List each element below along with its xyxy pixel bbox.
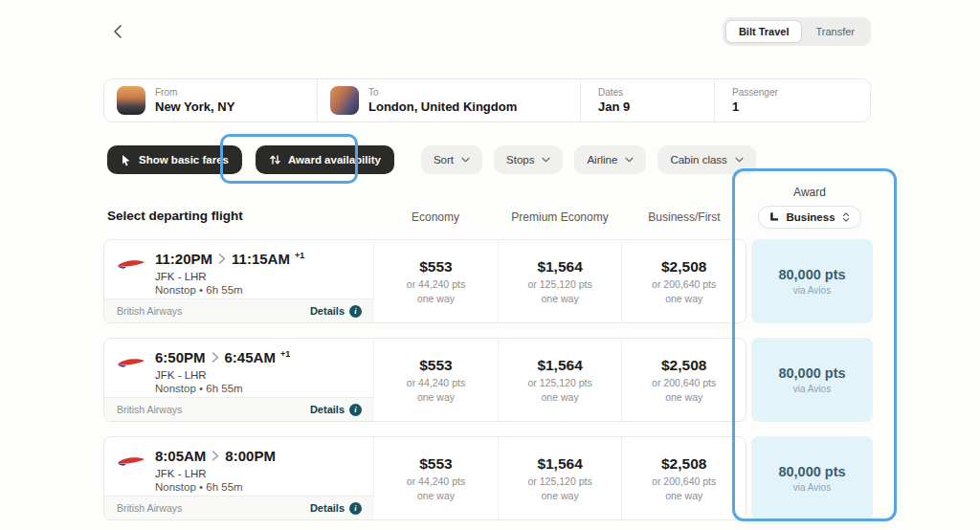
fare-business-first[interactable]: $2,508 or 200,640 pts one way	[621, 240, 746, 322]
fare-business-first[interactable]: $2,508 or 200,640 pts one way	[621, 339, 746, 421]
column-header-premium-economy: Premium Economy	[498, 210, 622, 224]
results-title: Select departing flight	[107, 209, 243, 223]
fare-business-first[interactable]: $2,508 or 200,640 pts one way	[621, 437, 746, 519]
flight-duration: Nonstop • 6h 55m	[155, 284, 304, 296]
fare-price: $553	[419, 357, 452, 374]
column-header-economy: Economy	[373, 210, 498, 224]
fare-type: one way	[417, 293, 455, 304]
chevron-down-icon	[461, 157, 470, 163]
stops-dropdown[interactable]: Stops	[494, 145, 563, 174]
chevron-down-icon	[735, 157, 744, 163]
flight-row: 8:05AM 8:00PM JFK - LHR Nonstop • 6h 55m…	[103, 436, 873, 520]
award-points: 80,000 pts	[778, 464, 845, 479]
passenger-field[interactable]: Passenger 1	[714, 79, 870, 121]
fare-price: $553	[419, 258, 452, 276]
stops-label: Stops	[506, 154, 534, 166]
award-program: via Avios	[793, 482, 831, 493]
to-value: London, United Kingdom	[368, 99, 517, 114]
travel-mode-toggle: Bilt Travel Transfer	[723, 17, 871, 46]
flight-footer: British Airways Details i	[104, 298, 374, 322]
fare-price: $553	[419, 455, 452, 473]
british-airways-logo-icon	[117, 256, 145, 272]
back-button[interactable]	[107, 21, 128, 42]
british-airways-logo-icon	[117, 453, 145, 469]
arrow-right-icon	[212, 352, 219, 363]
fare-price: $1,564	[537, 357, 582, 374]
flight-row-card: 8:05AM 8:00PM JFK - LHR Nonstop • 6h 55m…	[103, 436, 746, 520]
flight-route: JFK - LHR	[155, 369, 290, 381]
fare-type: one way	[665, 490, 702, 501]
day-offset: +1	[295, 251, 304, 260]
fare-economy[interactable]: $553 or 44,240 pts one way	[373, 339, 498, 421]
dates-value: Jan 9	[598, 99, 630, 114]
flight-route: JFK - LHR	[155, 468, 280, 479]
from-label: From	[155, 87, 234, 98]
fare-type: one way	[417, 391, 455, 403]
details-button[interactable]: Details i	[310, 404, 362, 416]
fare-type: one way	[542, 293, 579, 304]
info-icon: i	[349, 305, 362, 318]
fare-points: or 44,240 pts	[407, 377, 465, 388]
flight-duration: Nonstop • 6h 55m	[155, 383, 290, 394]
toggle-bilt-travel[interactable]: Bilt Travel	[725, 20, 803, 43]
award-points: 80,000 pts	[778, 365, 845, 381]
flight-row: 6:50PM 6:45AM +1 JFK - LHR Nonstop • 6h …	[103, 338, 873, 422]
fare-premium-economy[interactable]: $1,564 or 125,120 pts one way	[498, 437, 622, 519]
chevron-left-icon	[112, 24, 123, 39]
airline-name: British Airways	[117, 305, 182, 317]
info-icon: i	[349, 502, 362, 515]
fare-points: or 125,120 pts	[528, 475, 592, 487]
departure-time: 8:05AM	[155, 448, 206, 464]
cursor-icon	[121, 154, 132, 166]
to-label: To	[368, 87, 517, 98]
fare-premium-economy[interactable]: $1,564 or 125,120 pts one way	[498, 240, 622, 322]
day-offset: +1	[280, 349, 290, 359]
fare-price: $1,564	[537, 455, 582, 473]
flight-search-page: Bilt Travel Transfer From New York, NY T…	[0, 0, 980, 530]
details-label: Details	[310, 305, 345, 317]
cabin-class-dropdown[interactable]: Cabin class	[657, 145, 755, 174]
fare-economy[interactable]: $553 or 44,240 pts one way	[373, 437, 498, 519]
fare-price: $2,508	[661, 455, 706, 473]
swap-arrows-icon	[269, 154, 281, 166]
details-button[interactable]: Details i	[310, 502, 362, 515]
dates-label: Dates	[598, 87, 630, 98]
award-cabin-value: Business	[786, 211, 835, 223]
award-price-cell[interactable]: 80,000 pts via Avios	[751, 338, 873, 422]
award-cabin-select[interactable]: Business	[758, 206, 860, 229]
award-price-cell[interactable]: 80,000 pts via Avios	[751, 239, 873, 323]
passenger-value: 1	[732, 99, 778, 114]
sort-dropdown[interactable]: Sort	[421, 145, 482, 174]
fare-points: or 125,120 pts	[528, 377, 592, 388]
airline-dropdown[interactable]: Airline	[574, 145, 646, 174]
arrival-time: 6:45AM	[225, 349, 276, 365]
fare-premium-economy[interactable]: $1,564 or 125,120 pts one way	[498, 339, 622, 421]
british-airways-logo-icon	[117, 355, 145, 370]
from-city-photo	[117, 86, 145, 115]
toggle-transfer[interactable]: Transfer	[802, 20, 868, 43]
fare-economy[interactable]: $553 or 44,240 pts one way	[373, 240, 498, 322]
to-field[interactable]: To London, United Kingdom	[317, 79, 580, 121]
chevron-down-icon	[625, 157, 634, 163]
show-basic-fares-button[interactable]: Show basic fares	[107, 145, 242, 174]
column-header-business-first: Business/First	[622, 210, 746, 224]
from-field[interactable]: From New York, NY	[104, 79, 317, 121]
fare-points: or 125,120 pts	[528, 278, 592, 290]
airline-name: British Airways	[117, 404, 182, 415]
flight-row-card: 6:50PM 6:45AM +1 JFK - LHR Nonstop • 6h …	[103, 338, 746, 422]
arrow-right-icon	[212, 451, 219, 461]
award-availability-button[interactable]: Award availability	[256, 145, 394, 174]
details-button[interactable]: Details i	[310, 305, 362, 318]
fare-price: $1,564	[537, 258, 582, 276]
award-column-header: Award Business	[747, 186, 872, 229]
passenger-label: Passenger	[732, 87, 778, 98]
flight-info[interactable]: 8:05AM 8:00PM JFK - LHR Nonstop • 6h 55m…	[104, 437, 373, 519]
flight-info[interactable]: 11:20PM 11:15AM +1 JFK - LHR Nonstop • 6…	[104, 240, 373, 322]
flight-info[interactable]: 6:50PM 6:45AM +1 JFK - LHR Nonstop • 6h …	[104, 339, 373, 421]
award-price-cell[interactable]: 80,000 pts via Avios	[751, 436, 873, 520]
airline-label: Airline	[587, 154, 617, 166]
flight-duration: Nonstop • 6h 55m	[155, 481, 280, 493]
departure-time: 6:50PM	[155, 349, 206, 365]
airline-name: British Airways	[117, 502, 182, 514]
dates-field[interactable]: Dates Jan 9	[580, 79, 714, 121]
